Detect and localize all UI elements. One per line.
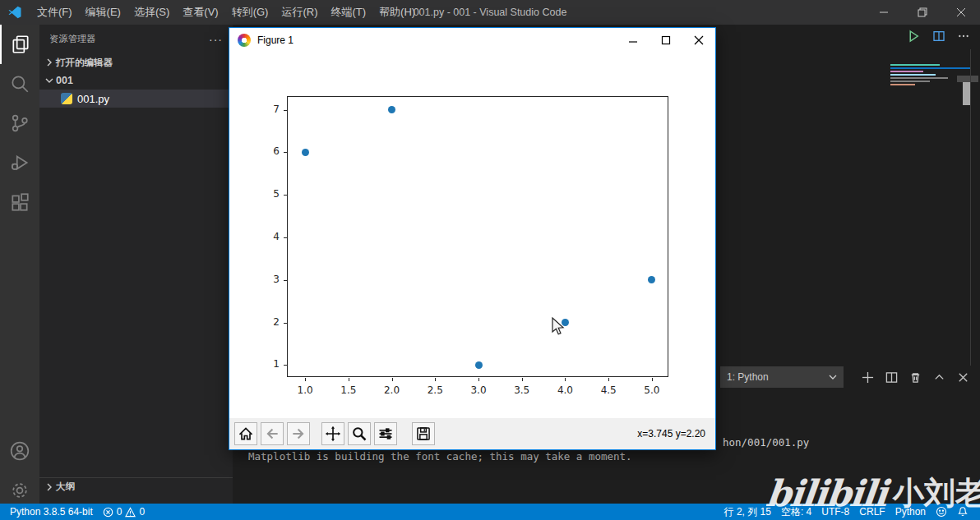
- menu-item[interactable]: 选择(S): [127, 5, 176, 20]
- python-version-label: Python 3.8.5 64-bit: [10, 506, 93, 518]
- back-button[interactable]: [261, 422, 284, 445]
- split-editor-button[interactable]: [932, 30, 945, 43]
- save-button[interactable]: [412, 422, 435, 445]
- x-tick-label: 1.0: [289, 384, 321, 396]
- chevron-down-icon: [829, 373, 837, 381]
- figure-minimize-button[interactable]: [617, 28, 649, 53]
- configure-subplots-button[interactable]: [374, 422, 397, 445]
- python-interpreter-status[interactable]: Python 3.8.5 64-bit: [5, 506, 98, 518]
- python-file-icon: [61, 93, 72, 104]
- y-tick-mark: [284, 152, 287, 153]
- y-tick-mark: [284, 323, 287, 324]
- figure-canvas[interactable]: 1.01.52.02.53.03.54.04.55.01234567: [229, 53, 715, 420]
- editor-actions: [906, 29, 970, 44]
- y-tick-mark: [284, 280, 287, 281]
- warning-count: 0: [139, 506, 145, 518]
- kill-terminal-trash-icon[interactable]: [909, 371, 922, 384]
- x-tick-mark: [608, 378, 609, 381]
- minimap-slider[interactable]: [957, 76, 978, 82]
- more-actions-icon[interactable]: ···: [209, 33, 223, 46]
- minimize-button[interactable]: [864, 0, 903, 25]
- y-tick-label: 7: [252, 104, 280, 115]
- problems-status[interactable]: 0 0: [98, 506, 150, 518]
- scatter-point: [648, 276, 655, 283]
- x-tick-label: 2.0: [376, 384, 409, 396]
- watermark-text: 小刘老赖: [893, 472, 980, 514]
- minimap[interactable]: [890, 62, 970, 87]
- figure-titlebar[interactable]: Figure 1: [229, 28, 715, 53]
- run-debug-icon[interactable]: [0, 143, 39, 182]
- sidebar-header: 资源管理器 ···: [39, 25, 233, 53]
- split-terminal-icon[interactable]: [885, 371, 898, 384]
- run-file-button[interactable]: [906, 29, 921, 44]
- minimap-highlight: [890, 67, 970, 69]
- cursor-coordinates: x=3.745 y=2.20: [637, 428, 705, 439]
- y-tick-label: 1: [252, 358, 280, 370]
- search-icon[interactable]: [0, 64, 39, 104]
- menu-item[interactable]: 运行(R): [275, 5, 324, 20]
- explorer-icon[interactable]: [0, 25, 39, 64]
- folder-row-001[interactable]: 001: [39, 71, 233, 90]
- y-tick-label: 4: [252, 231, 280, 242]
- terminal-selector-dropdown[interactable]: 1: Python: [720, 366, 844, 388]
- matplotlib-logo-icon: [238, 34, 251, 47]
- x-tick-label: 3.0: [462, 384, 495, 396]
- matplotlib-figure-window[interactable]: Figure 1 1.01.52.02.53.03.54.04.55.01234…: [229, 27, 716, 450]
- zoom-rect-button[interactable]: [348, 422, 371, 445]
- file-row-001py[interactable]: 001.py: [39, 90, 233, 108]
- x-tick-mark: [349, 378, 349, 381]
- close-button[interactable]: [941, 0, 980, 25]
- account-icon[interactable]: [0, 431, 39, 471]
- chevron-down-icon: [43, 76, 56, 85]
- chevron-right-icon: [43, 58, 56, 67]
- scatter-point: [388, 106, 395, 113]
- more-actions-icon[interactable]: [957, 30, 970, 43]
- scrollbar-track: [970, 49, 971, 366]
- terminal-output: Matplotlib is building the font cache; t…: [248, 450, 632, 462]
- minimap-line: [890, 64, 940, 66]
- y-tick-mark: [284, 195, 287, 196]
- terminal-selector-value: 1: Python: [727, 371, 829, 383]
- figure-close-button[interactable]: [682, 28, 715, 53]
- open-editors-section[interactable]: 打开的编辑器: [39, 53, 233, 71]
- minimap-line: [890, 71, 923, 72]
- source-control-icon[interactable]: [0, 104, 39, 143]
- menu-item[interactable]: 编辑(E): [79, 5, 127, 20]
- screen: 文件(F)编辑(E)选择(S)查看(V)转到(G)运行(R)终端(T)帮助(H)…: [0, 0, 980, 520]
- figure-title: Figure 1: [257, 35, 294, 46]
- menu-item[interactable]: 转到(G): [225, 5, 275, 20]
- restore-button[interactable]: [903, 0, 941, 25]
- x-tick-mark: [478, 378, 479, 381]
- pan-button[interactable]: [321, 422, 344, 445]
- figure-maximize-button[interactable]: [649, 28, 682, 53]
- warning-icon: [125, 507, 136, 518]
- bilibili-watermark: bilibili 小刘老赖: [766, 468, 980, 518]
- forward-button[interactable]: [287, 422, 310, 445]
- x-tick-label: 5.0: [636, 384, 668, 396]
- menu-item[interactable]: 终端(T): [324, 5, 372, 20]
- close-panel-icon[interactable]: [957, 371, 969, 384]
- maximize-panel-icon[interactable]: [933, 371, 945, 384]
- chevron-right-icon: [43, 483, 56, 491]
- x-tick-label: 4.0: [548, 384, 581, 396]
- menu-item[interactable]: 查看(V): [176, 5, 224, 20]
- axes: 1.01.52.02.53.03.54.04.55.01234567: [287, 96, 668, 377]
- home-button[interactable]: [234, 422, 257, 445]
- y-tick-label: 5: [252, 188, 280, 200]
- folder-name: 001: [56, 75, 73, 86]
- vscode-titlebar: 文件(F)编辑(E)选择(S)查看(V)转到(G)运行(R)终端(T)帮助(H)…: [0, 0, 980, 25]
- menu-item[interactable]: 文件(F): [30, 5, 79, 20]
- x-tick-label: 4.5: [592, 384, 625, 396]
- explorer-sidebar: 资源管理器 ··· 打开的编辑器 001 001.py 大纲: [39, 25, 233, 504]
- x-tick-mark: [522, 378, 523, 381]
- x-tick-label: 1.5: [332, 384, 365, 396]
- window-title: 001.py - 001 - Visual Studio Code: [414, 7, 567, 18]
- new-terminal-icon[interactable]: [862, 371, 874, 384]
- x-tick-label: 3.5: [506, 384, 539, 396]
- x-tick-mark: [652, 378, 653, 381]
- minimap-line: [890, 77, 948, 79]
- y-tick-label: 6: [252, 145, 280, 157]
- minimap-line: [890, 81, 930, 82]
- outline-section[interactable]: 大纲: [39, 477, 233, 495]
- extensions-icon[interactable]: [0, 182, 39, 222]
